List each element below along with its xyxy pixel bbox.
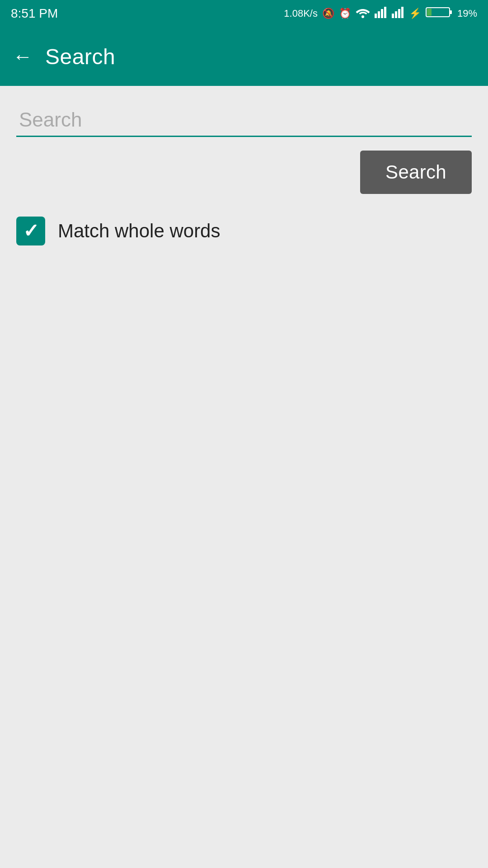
svg-rect-10 bbox=[427, 9, 432, 16]
svg-rect-4 bbox=[384, 7, 386, 18]
svg-rect-1 bbox=[375, 14, 377, 18]
network-speed: 1.08K/s bbox=[284, 8, 318, 19]
search-input[interactable] bbox=[16, 104, 472, 136]
svg-rect-7 bbox=[398, 9, 400, 18]
battery-percent: 19% bbox=[457, 8, 477, 19]
match-whole-words-checkbox-label[interactable]: ✓ Match whole words bbox=[16, 217, 220, 245]
signal1-icon bbox=[375, 6, 387, 21]
wifi-icon bbox=[356, 6, 370, 21]
match-whole-words-row: ✓ Match whole words bbox=[16, 217, 472, 245]
search-button[interactable]: Search bbox=[360, 151, 472, 194]
battery-container bbox=[426, 6, 453, 21]
status-time: 8:51 PM bbox=[11, 6, 58, 21]
page-title: Search bbox=[45, 44, 115, 69]
svg-rect-5 bbox=[392, 14, 394, 18]
search-button-row: Search bbox=[16, 151, 472, 194]
back-button[interactable]: ← bbox=[13, 47, 33, 66]
status-bar: 8:51 PM 1.08K/s 🔕 ⏰ bbox=[0, 0, 488, 27]
mute-icon: 🔕 bbox=[322, 8, 334, 19]
alarm-icon: ⏰ bbox=[339, 8, 351, 19]
search-input-container bbox=[16, 104, 472, 137]
svg-rect-11 bbox=[450, 10, 452, 14]
match-whole-words-label: Match whole words bbox=[58, 220, 220, 242]
svg-rect-6 bbox=[395, 11, 397, 18]
svg-point-0 bbox=[361, 15, 364, 18]
status-icons: 1.08K/s 🔕 ⏰ ⚡ bbox=[284, 6, 477, 21]
svg-rect-2 bbox=[378, 11, 380, 18]
app-bar: ← Search bbox=[0, 27, 488, 86]
charging-icon: ⚡ bbox=[409, 8, 421, 19]
svg-rect-3 bbox=[381, 9, 383, 18]
checkmark-icon: ✓ bbox=[23, 222, 39, 241]
svg-rect-8 bbox=[401, 7, 404, 18]
signal2-icon bbox=[392, 6, 404, 21]
checkbox-box: ✓ bbox=[16, 217, 45, 245]
content-area: Search ✓ Match whole words bbox=[0, 86, 488, 264]
